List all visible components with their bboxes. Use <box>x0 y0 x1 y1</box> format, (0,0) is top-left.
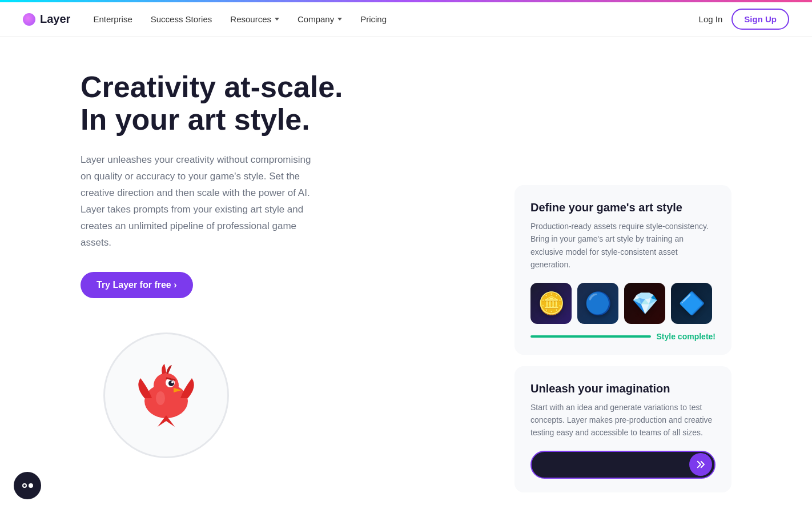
logo-icon <box>23 13 35 26</box>
unleash-imagination-title: Unleash your imagination <box>530 382 715 395</box>
svg-point-3 <box>168 380 174 386</box>
define-art-style-title: Define your game's art style <box>530 201 715 214</box>
hero-description: Layer unleashes your creativity without … <box>81 152 320 251</box>
nav-actions: Log In Sign Up <box>699 9 789 30</box>
bird-svg <box>129 364 203 427</box>
chat-icon <box>22 483 33 488</box>
main-content: Creativity at-scale. In your art style. … <box>58 37 754 513</box>
imagination-input[interactable] <box>530 451 715 479</box>
svg-point-5 <box>156 391 165 405</box>
style-complete-bar: Style complete! <box>530 332 715 341</box>
chevron-down-icon <box>337 18 342 21</box>
imagination-input-area <box>530 451 715 479</box>
left-section: Creativity at-scale. In your art style. … <box>81 71 480 513</box>
bird-circle <box>103 332 229 458</box>
game-icon-coin: 🪙 <box>530 283 572 324</box>
hero-title-line2: In your art style. <box>81 103 310 136</box>
style-case-card: STYLE CASE Flippy Birds <box>81 504 303 513</box>
signup-button[interactable]: Sign Up <box>731 9 789 30</box>
game-icons-row: 🪙 🔵 💎 🔷 <box>530 283 715 324</box>
send-icon <box>696 459 706 470</box>
chat-widget[interactable] <box>14 472 41 499</box>
nav-resources[interactable]: Resources <box>230 14 279 24</box>
unleash-imagination-desc: Start with an idea and generate variatio… <box>530 401 715 439</box>
hero-title: Creativity at-scale. In your art style. <box>81 71 480 136</box>
navigation: Layer Enterprise Success Stories Resourc… <box>0 2 812 37</box>
try-layer-button[interactable]: Try Layer for free › <box>81 272 193 298</box>
send-button[interactable] <box>689 453 712 476</box>
define-art-style-card: Define your game's art style Production-… <box>514 185 731 355</box>
logo-text: Layer <box>40 13 70 26</box>
style-case-label: STYLE CASE <box>81 504 303 513</box>
style-complete-text: Style complete! <box>657 332 715 341</box>
nav-links: Enterprise Success Stories Resources Com… <box>93 14 698 24</box>
right-section: Define your game's art style Production-… <box>514 71 731 513</box>
logo[interactable]: Layer <box>23 13 70 26</box>
progress-bar <box>530 335 651 338</box>
game-icon-ruby: 💎 <box>624 283 665 324</box>
login-button[interactable]: Log In <box>699 14 723 24</box>
chat-dot-filled <box>29 483 33 488</box>
nav-company[interactable]: Company <box>298 14 342 24</box>
define-art-style-desc: Production-ready assets require style-co… <box>530 220 715 271</box>
nav-success-stories[interactable]: Success Stories <box>151 14 212 24</box>
svg-point-4 <box>171 381 174 383</box>
game-icon-crystal: 🔷 <box>671 283 712 324</box>
bird-illustration-area: STYLE CASE Flippy Birds <box>81 332 480 513</box>
nav-pricing[interactable]: Pricing <box>360 14 387 24</box>
unleash-imagination-card: Unleash your imagination Start with an i… <box>514 366 731 492</box>
chat-dot-outline-1 <box>22 483 27 488</box>
hero-title-line1: Creativity at-scale. <box>81 70 343 103</box>
game-icon-compass: 🔵 <box>577 283 618 324</box>
chevron-down-icon <box>275 18 279 21</box>
nav-enterprise[interactable]: Enterprise <box>93 14 132 24</box>
